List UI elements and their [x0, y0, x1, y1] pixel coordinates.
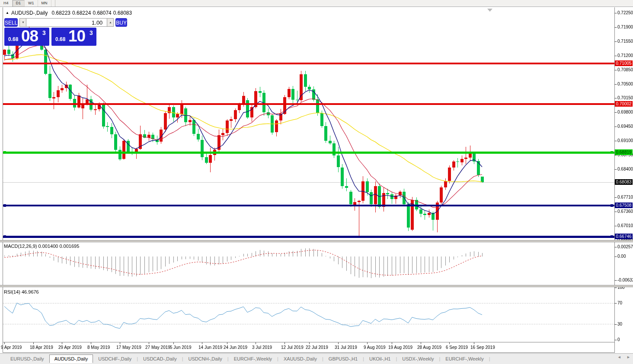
price-tick-label: 0.69800 [617, 110, 633, 115]
macd-tick-label: 0.00 [617, 254, 626, 259]
price-tick-label: 0.71900 [617, 25, 633, 30]
price-tick-label: 0.72250 [617, 10, 633, 16]
volume-increase-icon[interactable]: ▲ [107, 18, 114, 27]
tab-eurchf[interactable]: EURCHF-,Weekly [229, 355, 277, 363]
chart-shift-marker-icon[interactable] [487, 9, 492, 12]
price-level-chip: 0.68083 [615, 179, 633, 185]
date-tick-label: 6 Sep 2019 [446, 345, 468, 350]
date-tick-label: 22 Jul 2019 [306, 345, 328, 350]
rsi-tick-label: 30 [617, 322, 622, 327]
timeframe-button-d1[interactable]: D1 [13, 0, 25, 6]
price-axis[interactable] [615, 9, 633, 342]
app-window: H4D1W1MN ▲AUDUSD-,Daily0.682230.682240.6… [0, 0, 633, 364]
tab-usdcad[interactable]: USDCAD-,Daily [138, 355, 182, 363]
buy-price-prefix: 0.68 [55, 36, 65, 42]
date-tick-label: 24 Jun 2019 [224, 345, 247, 350]
date-tick-label: 9 Apr 2019 [1, 345, 22, 350]
macd-tick-label: -0.006326 [617, 278, 633, 283]
date-tick-label: 17 May 2019 [116, 345, 141, 350]
one-click-trading-panel: SELL ▼ ▲ BUY 0.68 08 3 0.68 10 3 [4, 18, 98, 46]
timeframe-button-h4[interactable]: H4 [0, 0, 13, 6]
price-tick-label: 0.68400 [617, 167, 633, 172]
quote-close: 0.68083 [113, 10, 132, 16]
price-level-chip: 0.66746 [615, 234, 633, 239]
timeframe-toolbar: H4D1W1MN [0, 0, 633, 7]
price-tick-label: 0.69100 [617, 138, 633, 143]
price-tick-label: 0.67010 [617, 223, 633, 228]
tab-gbpusd[interactable]: GBPUSD-,H1 [323, 355, 363, 363]
buy-price-pip-digit: 3 [90, 29, 93, 36]
date-tick-label: 12 Jul 2019 [281, 345, 304, 350]
date-tick-label: 27 May 2019 [145, 345, 170, 350]
tab-ukoil[interactable]: UKOil-,H1 [364, 355, 396, 363]
price-tick-label: 0.69450 [617, 124, 633, 129]
price-level-chip: 0.68819 [615, 149, 633, 155]
tab-usdx[interactable]: USDX-,Weekly [397, 355, 439, 363]
chart-tab-bar: EURUSD-,DailyAUDUSD-,DailyUSDCHF-,Daily|… [0, 353, 633, 364]
rsi-tick-label: 70 [617, 301, 622, 306]
date-tick-label: 8 May 2019 [87, 345, 110, 350]
quote-open: 0.68223 [52, 10, 70, 16]
tab-scroll-arrows: ◄ ► [613, 355, 630, 359]
price-level-chip: 0.71005 [615, 60, 633, 66]
price-tick-label: 0.67360 [617, 209, 633, 214]
price-tick-label: 0.71550 [617, 39, 633, 44]
date-tick-label: 3 Jul 2019 [252, 345, 272, 350]
buy-price-big-digits: 10 [68, 27, 85, 45]
price-tick-label: 0.67710 [617, 195, 633, 200]
rsi-splitter[interactable] [0, 285, 633, 287]
date-tick-label: 29 Apr 2019 [58, 345, 82, 350]
price-tick-label: 0.70500 [617, 82, 633, 87]
macd-tick-label: 0.002574 [617, 244, 633, 250]
timeframe-button-mn[interactable]: MN [38, 0, 51, 6]
price-level-chip: 0.67508 [615, 203, 633, 208]
volume-input[interactable] [26, 18, 107, 27]
chart-title-bar: ▲AUDUSD-,Daily0.682230.682240.680740.680… [6, 10, 132, 16]
collapse-panel-icon[interactable]: ▲ [6, 11, 9, 15]
date-tick-label: 19 Aug 2019 [388, 345, 412, 350]
chart-canvas[interactable] [0, 0, 633, 364]
tab-xauusd[interactable]: XAUUSD-,Daily [278, 355, 322, 363]
timeframe-button-w1[interactable]: W1 [25, 0, 38, 6]
date-tick-label: 31 Jul 2019 [335, 345, 357, 350]
date-tick-label: 9 Aug 2019 [364, 345, 386, 350]
tab-scroll-right-icon[interactable]: ► [627, 355, 630, 359]
volume-decrease-icon[interactable]: ▼ [19, 18, 26, 27]
buy-button[interactable]: BUY [115, 18, 127, 27]
price-level-chip: 0.70002 [615, 101, 633, 107]
tab-usdchf[interactable]: USDCHF-,Daily [93, 355, 137, 363]
toolbar-separator [55, 0, 55, 6]
rsi-tick-label: 0 [617, 337, 620, 342]
price-tick-label: 0.70850 [617, 67, 633, 73]
date-tick-label: 14 Jun 2019 [198, 345, 222, 350]
sell-price-big-digits: 08 [21, 27, 38, 45]
date-tick-label: 5 Jun 2019 [170, 345, 192, 350]
sell-price-pip-digit: 3 [42, 29, 46, 36]
rsi-indicator-label: RSI(14) 46.9676 [4, 289, 39, 294]
date-tick-label: 16 Sep 2019 [470, 345, 495, 350]
tab-divider: | [489, 356, 490, 361]
price-tick-label: 0.70150 [617, 95, 633, 101]
quote-low: 0.68074 [93, 10, 111, 16]
tab-audusd[interactable]: AUDUSD-,Daily [49, 355, 93, 363]
buy-price-button[interactable]: 0.68 10 3 [51, 28, 96, 46]
price-tick-label: 0.71200 [617, 53, 633, 58]
sell-price-prefix: 0.68 [8, 36, 18, 42]
tab-usdcnh[interactable]: USDCNH-,Daily [183, 355, 227, 363]
date-tick-label: 28 Aug 2019 [417, 345, 441, 350]
sell-button[interactable]: SELL [4, 18, 18, 27]
macd-indicator-label: MACD(12,26,9) 0.001400 0.001695 [4, 244, 79, 249]
chart-symbol-title: AUDUSD-,Daily [11, 10, 48, 16]
date-tick-label: 18 Apr 2019 [30, 345, 53, 350]
tab-eurusd[interactable]: EURUSD-,Daily [5, 355, 49, 363]
quote-high: 0.68224 [72, 10, 91, 16]
sell-price-button[interactable]: 0.68 08 3 [4, 28, 49, 46]
tab-eurchf[interactable]: EURCHF-,Weekly [440, 355, 489, 363]
macd-splitter[interactable] [0, 240, 633, 242]
tab-scroll-left-icon[interactable]: ◄ [617, 355, 621, 359]
